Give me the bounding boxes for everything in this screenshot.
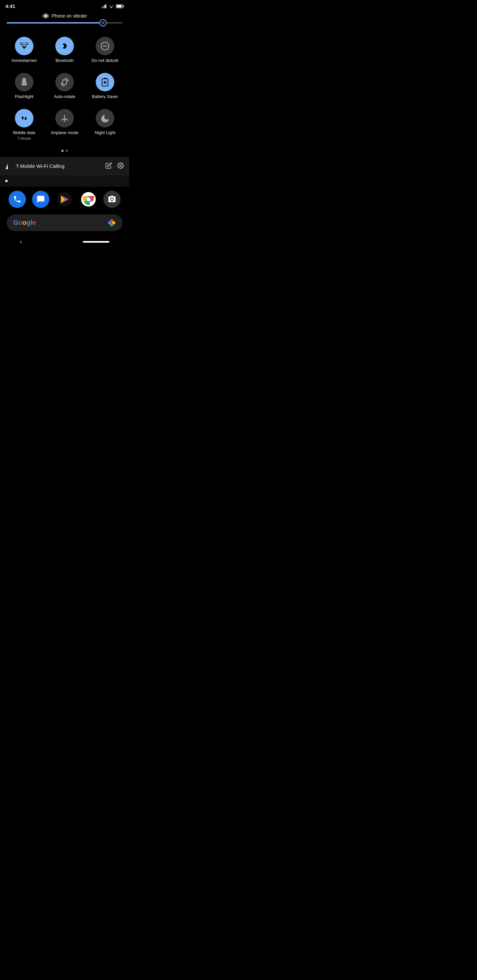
tile-airplane[interactable]: Airplane mode	[45, 103, 85, 144]
tile-flashlight-label: Flashlight	[15, 94, 34, 100]
svg-point-44	[110, 223, 113, 226]
svg-line-16	[101, 21, 102, 22]
status-icons	[101, 4, 124, 8]
wifi-status-icon	[108, 4, 114, 8]
tile-airplane-label: Airplane mode	[51, 130, 78, 136]
messages-icon	[37, 195, 45, 204]
vibrate-icon	[42, 13, 49, 19]
settings-icon	[117, 162, 124, 169]
tile-nightlight-circle	[96, 109, 114, 127]
tile-mobiledata-circle	[15, 109, 34, 127]
camera-icon	[108, 195, 116, 204]
svg-line-11	[48, 15, 49, 16]
tile-nightlight[interactable]: Night Light	[85, 103, 125, 144]
svg-point-13	[102, 22, 104, 24]
svg-rect-2	[104, 5, 105, 8]
signal-icon-network	[5, 163, 13, 169]
svg-line-17	[104, 24, 104, 24]
notification-dot	[5, 180, 8, 182]
brightness-icon	[101, 21, 105, 25]
svg-rect-5	[123, 5, 124, 7]
dnd-icon	[101, 41, 110, 51]
app-icon-phone[interactable]	[9, 191, 26, 208]
svg-rect-3	[105, 4, 106, 8]
svg-line-9	[42, 15, 43, 16]
signal-icon	[101, 4, 107, 8]
tile-autorotate-circle	[55, 73, 74, 91]
svg-rect-0	[101, 7, 102, 8]
svg-rect-24	[22, 78, 26, 80]
app-icon-camera[interactable]	[103, 191, 121, 208]
vibrate-label: Phone on vibrate	[52, 13, 87, 19]
tile-batterysaver-label: Battery Saver	[92, 94, 118, 100]
tile-batterysaver[interactable]: Battery Saver	[85, 68, 125, 103]
tile-mobiledata-label: Mobile data	[13, 130, 35, 136]
settings-button[interactable]	[117, 162, 124, 170]
edit-icon	[105, 162, 112, 169]
nav-bar: ‹	[0, 235, 129, 250]
network-bar: T-Mobile Wi-Fi Calling	[0, 157, 129, 175]
phone-icon	[13, 195, 22, 204]
google-logo: Google	[13, 219, 36, 226]
battery-status-icon	[116, 4, 124, 8]
search-bar[interactable]: Google	[6, 215, 123, 231]
tile-bluetooth-circle	[55, 37, 74, 55]
play-store-icon	[57, 192, 72, 207]
network-actions	[105, 162, 124, 170]
edit-button[interactable]	[105, 162, 112, 170]
app-icon-messages[interactable]	[32, 191, 49, 208]
tile-wifi-circle	[15, 37, 34, 55]
tile-mobiledata[interactable]: Mobile data T-Mobile	[4, 103, 45, 144]
app-icon-chrome[interactable]	[80, 191, 97, 208]
app-dock	[0, 187, 129, 212]
tile-dnd[interactable]: Do not disturb	[85, 32, 125, 68]
tile-flashlight[interactable]: Flashlight	[4, 68, 45, 103]
svg-rect-25	[23, 82, 25, 83]
svg-point-35	[120, 165, 121, 166]
page-dots	[0, 147, 129, 157]
tile-mobiledata-sublabel: T-Mobile	[17, 137, 31, 140]
status-bar: 4:41	[0, 0, 129, 10]
vibrate-row: Phone on vibrate	[0, 10, 129, 20]
svg-line-10	[42, 16, 43, 17]
tile-airplane-circle	[55, 109, 74, 127]
quick-tiles-grid: homestarneo Bluetooth Do not disturb	[0, 29, 129, 147]
svg-rect-8	[45, 15, 47, 17]
tile-wifi-label: homestarneo	[11, 58, 37, 64]
svg-rect-28	[104, 78, 106, 79]
flashlight-icon	[20, 78, 28, 87]
svg-rect-6	[116, 5, 121, 7]
tile-dnd-label: Do not disturb	[92, 58, 119, 64]
nightlight-icon	[101, 114, 109, 123]
tile-dnd-circle	[96, 37, 114, 55]
tile-flashlight-circle	[15, 73, 34, 91]
tile-wifi[interactable]: homestarneo	[4, 32, 45, 68]
autorotate-icon	[60, 78, 69, 87]
brightness-thumb[interactable]	[99, 19, 107, 27]
status-time: 4:41	[5, 3, 15, 9]
tile-bluetooth-label: Bluetooth	[56, 58, 74, 64]
battery-saver-icon	[101, 78, 108, 87]
google-mic-icon	[107, 218, 116, 227]
svg-line-21	[104, 21, 104, 22]
tile-bluetooth[interactable]: Bluetooth	[45, 32, 85, 68]
tile-batterysaver-circle	[96, 73, 114, 91]
svg-point-40	[111, 198, 113, 200]
page-dot-2[interactable]	[65, 150, 68, 152]
tile-nightlight-label: Night Light	[95, 130, 115, 136]
tile-autorotate[interactable]: Auto-rotate	[45, 68, 85, 103]
page-dot-1[interactable]	[61, 150, 64, 152]
mobiledata-icon	[20, 114, 29, 123]
back-button[interactable]: ‹	[20, 239, 22, 245]
svg-point-39	[86, 197, 91, 201]
brightness-row[interactable]	[0, 20, 129, 29]
nav-pill[interactable]	[83, 241, 109, 243]
app-icon-play[interactable]	[56, 191, 73, 208]
airplane-icon	[60, 114, 69, 123]
svg-line-12	[48, 16, 49, 17]
brightness-slider[interactable]	[6, 22, 123, 24]
wifi-icon	[19, 42, 29, 50]
chrome-icon	[81, 192, 96, 207]
bluetooth-icon	[61, 41, 68, 51]
svg-rect-26	[62, 80, 67, 84]
